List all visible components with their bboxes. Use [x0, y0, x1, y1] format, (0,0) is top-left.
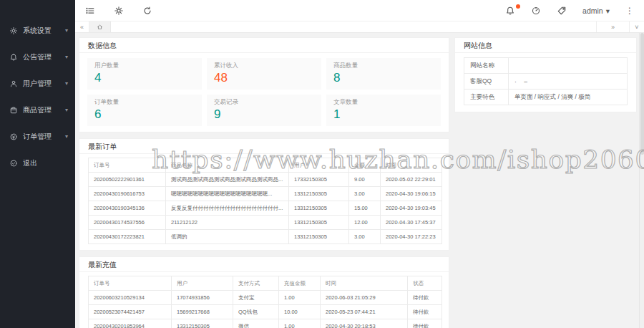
order-icon — [9, 132, 18, 141]
stat-label: 订单数量 — [94, 98, 195, 107]
sidebar-item-label: 公告管理 — [23, 52, 52, 62]
stat-value: 48 — [214, 71, 314, 85]
caret-down-icon: ▾ — [65, 107, 68, 113]
tabs-scroll-right[interactable]: » — [596, 21, 629, 32]
column-header: 订单号 — [89, 158, 166, 173]
bell-icon[interactable] — [505, 6, 515, 16]
site-info-value: · – — [509, 74, 628, 90]
caret-down-icon: ▾ — [65, 80, 68, 87]
table-cell: 13312150305 — [289, 187, 349, 201]
table-cell: 13312150305 — [172, 319, 233, 328]
stat-label: 交易记录 — [214, 98, 314, 107]
gauge-icon[interactable] — [531, 6, 541, 16]
admin-menu[interactable]: admin ▾ — [582, 6, 610, 15]
table-cell: 3.00 — [349, 187, 381, 201]
caret-down-icon: ▾ — [65, 27, 68, 34]
topbar: admin ▾ ⋮ — [75, 0, 644, 21]
column-header: 商品名称 — [166, 158, 289, 173]
table-cell: 20200430172223821 — [89, 230, 166, 244]
table-cell: 17332150305 — [289, 173, 349, 187]
scrollbar-thumb[interactable] — [640, 33, 644, 155]
site-info-row: 主要特色单页面 / 响应式 / 清爽 / 极简 — [464, 90, 628, 105]
sidebar-item-label: 系统设置 — [23, 26, 52, 36]
bell-icon — [9, 53, 18, 62]
home-icon — [97, 24, 103, 30]
table-cell: 20200430190345136 — [89, 201, 166, 216]
table-cell: 2020-04-30 17:45:37 — [381, 216, 442, 230]
table-cell: 211212122 — [166, 216, 289, 230]
tab-home[interactable] — [89, 21, 111, 32]
column-header: 充值金额 — [279, 276, 321, 291]
column-header: 时间 — [381, 158, 442, 173]
latest-orders-title: 最新订单 — [79, 139, 449, 154]
table-cell: 20200430201853964 — [89, 319, 172, 328]
column-header: 金额 — [349, 158, 381, 173]
column-header: 订单号 — [89, 276, 172, 291]
site-info-label: 客服QQ — [464, 74, 509, 90]
stat-box-订单数量: 订单数量6 — [87, 95, 202, 126]
table-row: 20200502222901361测试商品测试商品测试商品测试商品测试商品...… — [89, 173, 442, 187]
tabs-scroll-left[interactable]: « — [75, 21, 89, 32]
tabs-menu-chevron[interactable]: ˅ — [629, 21, 644, 32]
main-content: 数据信息 用户数量4累计收入48商品数量8订单数量6交易记录9文章数量1 最新订… — [75, 33, 644, 328]
table-header-row: 订单号用户支付方式充值金额时间状态 — [89, 276, 442, 291]
site-info-title: 网站信息 — [455, 38, 636, 53]
tag-icon[interactable] — [557, 6, 567, 16]
more-vertical-icon[interactable]: ⋮ — [625, 6, 634, 16]
stat-box-商品数量: 商品数量8 — [326, 58, 441, 90]
column-header: 用户 — [172, 276, 233, 291]
sidebar-item-label: 商品管理 — [23, 105, 52, 115]
site-info-label: 网站名称 — [464, 58, 509, 74]
caret-down-icon: ▾ — [65, 133, 68, 140]
table-cell: 20200502222901361 — [89, 173, 166, 187]
topbar-left — [85, 6, 152, 16]
stat-value: 9 — [214, 107, 314, 122]
latest-recharge-card: 最新充值 订单号用户支付方式充值金额时间状态202006032105291341… — [79, 256, 449, 328]
site-info-row: 网站名称 — [464, 58, 628, 74]
goods-icon — [9, 106, 18, 115]
table-cell: 10.00 — [279, 305, 321, 319]
topbar-right: admin ▾ ⋮ — [505, 6, 634, 16]
left-column: 数据信息 用户数量4累计收入48商品数量8订单数量6交易记录9文章数量1 最新订… — [79, 37, 449, 328]
column-header: 用户 — [289, 158, 349, 173]
table-cell: 测试商品测试商品测试商品测试商品测试商品... — [166, 173, 289, 187]
menu-list-icon[interactable] — [85, 6, 95, 16]
stat-label: 累计收入 — [214, 62, 314, 70]
sidebar-item-用户管理[interactable]: 用户管理▾ — [0, 70, 75, 97]
table-cell: 待付款 — [408, 305, 442, 319]
latest-orders-table: 订单号商品名称用户金额时间20200502222901361测试商品测试商品测试… — [88, 158, 442, 244]
table-row: 2020060321052913417074931856支付宝1.002020-… — [89, 291, 442, 305]
table-row: 20200430190345136反复反复付付付付付付付付付付付付付付付付...… — [89, 201, 442, 216]
sidebar-item-label: 用户管理 — [23, 79, 52, 89]
refresh-icon[interactable] — [142, 6, 152, 16]
table-cell: 待付款 — [408, 319, 442, 328]
sidebar-item-退出[interactable]: 退出 — [0, 150, 75, 176]
table-cell: 13312150305 — [289, 230, 349, 244]
stats-title: 数据信息 — [79, 38, 449, 53]
vertical-scrollbar[interactable] — [639, 33, 644, 328]
gear-icon — [9, 26, 18, 35]
site-info-label: 主要特色 — [464, 90, 509, 105]
table-cell: 2020-04-30 19:06:15 — [381, 187, 442, 201]
latest-recharge-table: 订单号用户支付方式充值金额时间状态20200603210529134170749… — [88, 276, 442, 328]
table-cell: 待付款 — [408, 291, 442, 305]
right-column: 网站信息 网站名称客服QQ· –主要特色单页面 / 响应式 / 清爽 / 极简 — [454, 37, 637, 328]
table-cell: 20200603210529134 — [89, 291, 172, 305]
table-cell: 12.00 — [349, 216, 381, 230]
notification-dot — [516, 4, 520, 9]
user-icon — [9, 79, 18, 88]
sidebar-item-系统设置[interactable]: 系统设置▾ — [0, 17, 75, 44]
column-header: 状态 — [408, 276, 442, 291]
sidebar-item-公告管理[interactable]: 公告管理▾ — [0, 44, 75, 70]
table-row: 20200430190616753嗯嗯嗯嗯嗯嗯嗯嗯嗯嗯嗯嗯嗯嗯嗯嗯嗯嗯...13… — [89, 187, 442, 201]
stats-grid: 用户数量4累计收入48商品数量8订单数量6交易记录9文章数量1 — [79, 53, 449, 132]
stat-label: 用户数量 — [94, 62, 195, 70]
table-header-row: 订单号商品名称用户金额时间 — [89, 158, 442, 173]
caret-down-icon: ▾ — [606, 6, 610, 15]
gear-icon[interactable] — [114, 6, 124, 16]
sidebar-item-商品管理[interactable]: 商品管理▾ — [0, 97, 75, 123]
sidebar-item-label: 退出 — [23, 158, 37, 168]
sidebar-item-订单管理[interactable]: 订单管理▾ — [0, 123, 75, 150]
stat-box-累计收入: 累计收入48 — [207, 58, 321, 90]
table-cell: 嗯嗯嗯嗯嗯嗯嗯嗯嗯嗯嗯嗯嗯嗯嗯嗯嗯嗯... — [166, 187, 289, 201]
